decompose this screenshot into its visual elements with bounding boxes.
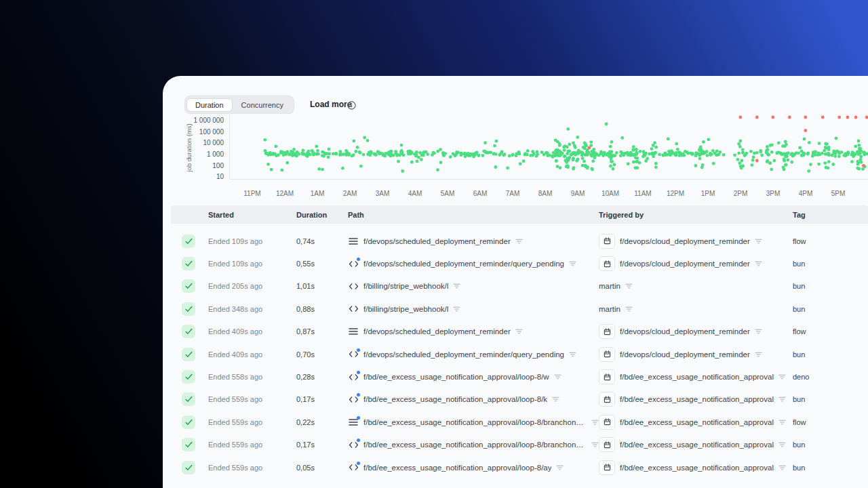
data-point[interactable] bbox=[698, 154, 702, 157]
filter-by-trigger-icon[interactable] bbox=[778, 371, 786, 383]
data-point[interactable] bbox=[584, 142, 587, 146]
data-point[interactable] bbox=[492, 152, 496, 155]
filter-by-path-icon[interactable] bbox=[453, 303, 460, 315]
data-point[interactable] bbox=[292, 148, 296, 151]
data-point[interactable] bbox=[321, 154, 324, 157]
data-point[interactable] bbox=[566, 150, 570, 153]
data-point[interactable] bbox=[850, 160, 854, 163]
data-point[interactable] bbox=[766, 160, 769, 163]
data-point[interactable] bbox=[854, 145, 857, 148]
data-point[interactable] bbox=[280, 169, 283, 172]
data-point[interactable] bbox=[306, 152, 309, 155]
table-row[interactable]: Ended 558s ago0,28sf/bd/ee_excess_usage_… bbox=[171, 365, 868, 388]
data-point[interactable] bbox=[439, 161, 443, 164]
data-point[interactable] bbox=[860, 161, 863, 164]
data-point[interactable] bbox=[807, 169, 810, 173]
data-point[interactable] bbox=[825, 142, 829, 146]
data-point[interactable] bbox=[760, 154, 764, 157]
data-point[interactable] bbox=[300, 152, 304, 156]
data-point[interactable] bbox=[327, 156, 330, 159]
data-point[interactable] bbox=[773, 159, 776, 163]
filter-by-path-icon[interactable] bbox=[552, 393, 559, 405]
filter-by-path-icon[interactable] bbox=[453, 280, 460, 292]
data-point[interactable] bbox=[619, 154, 623, 157]
data-point[interactable] bbox=[583, 147, 587, 150]
data-point[interactable] bbox=[733, 153, 736, 157]
data-point[interactable] bbox=[627, 162, 630, 165]
data-point[interactable] bbox=[837, 152, 841, 155]
triggered-by-link[interactable]: f/bd/ee_excess_usage_notification_approv… bbox=[620, 395, 774, 403]
data-point[interactable] bbox=[753, 152, 756, 155]
data-point[interactable] bbox=[551, 155, 555, 159]
data-point[interactable] bbox=[821, 152, 824, 155]
data-point[interactable] bbox=[597, 154, 601, 157]
data-point[interactable] bbox=[818, 142, 821, 145]
data-point[interactable] bbox=[715, 153, 719, 157]
data-point[interactable] bbox=[652, 152, 656, 156]
triggered-by-link[interactable]: f/bd/ee_excess_usage_notification_approv… bbox=[620, 373, 774, 381]
data-point[interactable] bbox=[783, 168, 786, 171]
data-point[interactable] bbox=[863, 152, 866, 155]
data-point[interactable] bbox=[833, 155, 837, 158]
data-point[interactable] bbox=[356, 146, 359, 149]
data-point[interactable] bbox=[498, 153, 501, 157]
data-point[interactable] bbox=[783, 152, 786, 155]
filter-by-trigger-icon[interactable] bbox=[755, 348, 762, 361]
data-point[interactable] bbox=[580, 154, 584, 157]
data-point[interactable] bbox=[529, 154, 532, 157]
data-point[interactable] bbox=[317, 152, 320, 156]
data-point[interactable] bbox=[835, 137, 838, 140]
info-icon[interactable] bbox=[347, 100, 356, 109]
data-point[interactable] bbox=[454, 153, 457, 157]
data-point[interactable] bbox=[635, 148, 638, 151]
data-point[interactable] bbox=[738, 161, 741, 165]
data-point[interactable] bbox=[601, 154, 605, 157]
triggered-by-link[interactable]: f/devops/cloud_deployment_reminder bbox=[620, 327, 750, 336]
table-row[interactable]: Ended 109s ago0,74sf/devops/scheduled_de… bbox=[171, 230, 868, 252]
data-point[interactable] bbox=[517, 152, 521, 156]
data-point[interactable] bbox=[554, 149, 557, 152]
data-point[interactable] bbox=[676, 148, 679, 151]
data-point[interactable] bbox=[416, 160, 419, 163]
data-point[interactable] bbox=[738, 140, 742, 143]
data-point[interactable] bbox=[827, 146, 831, 149]
data-point[interactable] bbox=[806, 152, 810, 156]
data-point[interactable] bbox=[824, 152, 827, 156]
data-point[interactable] bbox=[294, 152, 297, 156]
table-row[interactable]: Ended 559s ago0,05sf/bd/ee_excess_usage_… bbox=[171, 456, 868, 479]
data-point[interactable] bbox=[526, 149, 530, 152]
data-point[interactable] bbox=[749, 150, 753, 153]
data-point[interactable] bbox=[352, 140, 355, 143]
data-point[interactable] bbox=[422, 151, 425, 155]
data-point[interactable] bbox=[383, 155, 387, 158]
data-point[interactable] bbox=[401, 169, 404, 173]
schedule-calendar-icon[interactable] bbox=[599, 324, 615, 339]
data-point[interactable] bbox=[722, 153, 726, 157]
data-point[interactable] bbox=[328, 148, 331, 151]
data-point[interactable] bbox=[817, 152, 821, 155]
data-point[interactable] bbox=[824, 146, 827, 149]
data-point[interactable] bbox=[613, 154, 616, 157]
schedule-calendar-icon[interactable] bbox=[599, 234, 615, 249]
data-point[interactable] bbox=[269, 151, 272, 155]
path-link[interactable]: f/devops/scheduled_deployment_reminder/q… bbox=[363, 350, 564, 359]
data-point[interactable] bbox=[702, 140, 705, 144]
filter-by-trigger-icon[interactable] bbox=[778, 462, 786, 474]
path-link[interactable]: f/bd/ee_excess_usage_notification_approv… bbox=[363, 464, 551, 472]
data-point[interactable] bbox=[612, 163, 616, 167]
data-point[interactable] bbox=[593, 156, 596, 159]
filter-by-path-icon[interactable] bbox=[515, 325, 523, 338]
data-point[interactable] bbox=[698, 149, 701, 152]
data-point[interactable] bbox=[698, 157, 702, 161]
data-point[interactable] bbox=[808, 141, 811, 144]
data-point[interactable] bbox=[862, 164, 865, 167]
data-point[interactable] bbox=[741, 151, 745, 155]
tab-concurrency[interactable]: Concurrency bbox=[233, 98, 292, 112]
data-point[interactable] bbox=[418, 151, 422, 155]
filter-by-path-icon[interactable] bbox=[554, 371, 561, 383]
data-point[interactable] bbox=[859, 155, 863, 159]
data-point[interactable] bbox=[859, 147, 862, 150]
data-point[interactable] bbox=[373, 152, 376, 156]
data-point[interactable] bbox=[524, 153, 527, 157]
data-point[interactable] bbox=[481, 154, 485, 157]
